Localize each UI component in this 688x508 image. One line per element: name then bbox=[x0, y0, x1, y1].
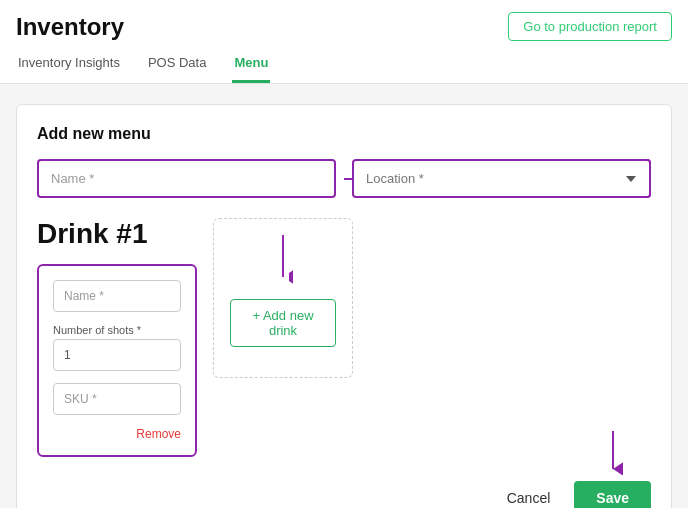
section-title: Add new menu bbox=[37, 125, 651, 143]
drink-shots-label: Number of shots * bbox=[53, 324, 181, 336]
footer-row: Cancel Save bbox=[37, 481, 651, 508]
add-new-drink-button[interactable]: + Add new drink bbox=[230, 299, 336, 347]
drink-shots-input[interactable] bbox=[53, 339, 181, 371]
form-card: Add new menu bbox=[16, 104, 672, 508]
tab-bar: Inventory Insights POS Data Menu bbox=[16, 49, 672, 83]
add-drink-panel: + Add new drink bbox=[213, 218, 353, 378]
cancel-button[interactable]: Cancel bbox=[495, 482, 563, 508]
name-field-wrap bbox=[37, 159, 336, 198]
top-row: Inventory Go to production report bbox=[16, 12, 672, 41]
name-location-row bbox=[37, 159, 651, 198]
main-content: Add new menu bbox=[0, 84, 688, 508]
remove-drink-button[interactable]: Remove bbox=[53, 427, 181, 441]
page-title: Inventory bbox=[16, 13, 124, 41]
drink-fields-card: Number of shots * Remove bbox=[37, 264, 197, 457]
name-input[interactable] bbox=[37, 159, 336, 198]
drink-shots-field: Number of shots * bbox=[53, 324, 181, 371]
drink-name-input[interactable] bbox=[53, 280, 181, 312]
drink-name-field bbox=[53, 280, 181, 312]
drink-sku-field bbox=[53, 383, 181, 415]
add-drink-arrow-annotation bbox=[273, 235, 293, 285]
tab-pos-data[interactable]: POS Data bbox=[146, 49, 209, 83]
drink-card: Drink #1 Number of shots * Remove bbox=[37, 218, 197, 457]
go-to-production-report-button[interactable]: Go to production report bbox=[508, 12, 672, 41]
save-button[interactable]: Save bbox=[574, 481, 651, 508]
location-input[interactable] bbox=[352, 159, 651, 198]
chevron-down-icon bbox=[626, 176, 636, 182]
drink-sku-input[interactable] bbox=[53, 383, 181, 415]
tab-menu[interactable]: Menu bbox=[232, 49, 270, 83]
tab-inventory-insights[interactable]: Inventory Insights bbox=[16, 49, 122, 83]
location-dropdown-button[interactable] bbox=[613, 159, 651, 198]
top-bar: Inventory Go to production report Invent… bbox=[0, 0, 688, 84]
location-field-wrap bbox=[352, 159, 651, 198]
drink-title: Drink #1 bbox=[37, 218, 197, 250]
save-arrow-annotation bbox=[603, 431, 623, 475]
drinks-section: Drink #1 Number of shots * Remove bbox=[37, 218, 651, 457]
